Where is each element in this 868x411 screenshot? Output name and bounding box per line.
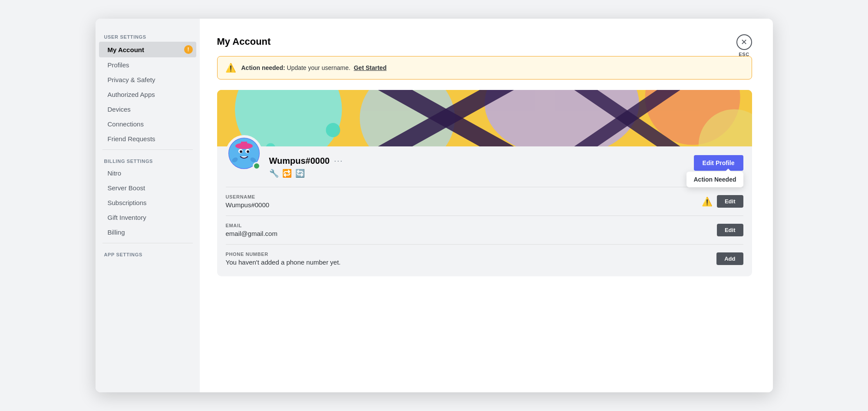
phone-add-button[interactable]: Add bbox=[716, 252, 743, 265]
profile-name-area: Wumpus#0000 ··· 🔧 🔁 🔄 bbox=[269, 152, 743, 178]
action-banner-warn-icon: ⚠️ bbox=[225, 63, 236, 73]
profile-banner bbox=[217, 90, 752, 146]
action-needed-tooltip: Action Needed bbox=[686, 172, 743, 187]
sidebar-item-nitro[interactable]: Nitro bbox=[99, 166, 196, 180]
user-settings-label: USER SETTINGS bbox=[96, 29, 200, 41]
email-field-label: EMAIL bbox=[226, 223, 717, 228]
sidebar-item-friend-requests-label: Friend Requests bbox=[108, 135, 155, 143]
sidebar-item-profiles-label: Profiles bbox=[108, 61, 129, 69]
email-field-info: EMAIL email@gmail.com bbox=[226, 223, 717, 237]
svg-point-19 bbox=[247, 150, 249, 153]
profile-more-button[interactable]: ··· bbox=[334, 156, 343, 166]
svg-point-10 bbox=[326, 123, 340, 137]
phone-field-actions: Add bbox=[716, 252, 743, 265]
phone-field-row: PHONE NUMBER You haven't added a phone n… bbox=[226, 244, 743, 273]
sidebar-item-server-boost-label: Server Boost bbox=[108, 184, 145, 192]
email-field-row: EMAIL email@gmail.com Edit bbox=[226, 215, 743, 244]
billing-settings-label: BILLING SETTINGS bbox=[96, 153, 200, 166]
close-icon[interactable]: ✕ bbox=[736, 34, 752, 50]
phone-field-info: PHONE NUMBER You haven't added a phone n… bbox=[226, 252, 717, 266]
sidebar-item-billing[interactable]: Billing bbox=[99, 225, 196, 239]
sidebar-divider-1 bbox=[102, 149, 193, 150]
action-banner: ⚠️ Action needed: Update your username. … bbox=[217, 56, 752, 80]
app-settings-label: APP SETTINGS bbox=[96, 247, 200, 259]
sidebar: USER SETTINGS My Account ! Profiles Priv… bbox=[96, 19, 200, 392]
avatar-online-badge bbox=[253, 162, 261, 170]
profile-badges: 🔧 🔁 🔄 bbox=[269, 169, 743, 178]
svg-rect-14 bbox=[241, 142, 247, 147]
account-fields: USERNAME Wumpus#0000 ⚠️ Edit EMAIL email… bbox=[217, 187, 752, 276]
close-esc-label: ESC bbox=[739, 52, 749, 57]
profile-card: Wumpus#0000 ··· 🔧 🔁 🔄 Edit Profile bbox=[217, 90, 752, 276]
email-field-actions: Edit bbox=[717, 224, 743, 236]
sidebar-item-devices-label: Devices bbox=[108, 106, 131, 113]
username-field-label: USERNAME bbox=[226, 194, 702, 199]
nitro-badge-icon: 🔄 bbox=[295, 169, 305, 178]
profile-username-row: Wumpus#0000 ··· bbox=[269, 156, 743, 166]
username-field-info: USERNAME Wumpus#0000 bbox=[226, 194, 702, 209]
settings-modal: USER SETTINGS My Account ! Profiles Priv… bbox=[96, 19, 773, 392]
profile-info-row: Wumpus#0000 ··· 🔧 🔁 🔄 Edit Profile bbox=[217, 146, 752, 187]
close-button-area[interactable]: ✕ ESC bbox=[736, 34, 752, 57]
sidebar-item-subscriptions[interactable]: Subscriptions bbox=[99, 196, 196, 210]
sidebar-item-nitro-label: Nitro bbox=[108, 169, 122, 177]
sidebar-item-subscriptions-label: Subscriptions bbox=[108, 199, 147, 206]
sidebar-item-privacy-safety-label: Privacy & Safety bbox=[108, 76, 155, 83]
my-account-badge: ! bbox=[184, 45, 193, 54]
sidebar-item-connections[interactable]: Connections bbox=[99, 117, 196, 131]
svg-point-18 bbox=[240, 150, 242, 153]
email-field-value: email@gmail.com bbox=[226, 230, 717, 237]
username-warn-icon: ⚠️ bbox=[702, 196, 713, 207]
username-field-actions: ⚠️ Edit bbox=[702, 195, 743, 208]
page-title: My Account bbox=[217, 36, 752, 47]
action-banner-link[interactable]: Get Started bbox=[354, 64, 386, 71]
action-banner-strong: Action needed: bbox=[241, 64, 285, 71]
sidebar-item-gift-inventory[interactable]: Gift Inventory bbox=[99, 210, 196, 225]
sidebar-item-gift-inventory-label: Gift Inventory bbox=[108, 214, 146, 221]
sidebar-item-friend-requests[interactable]: Friend Requests bbox=[99, 132, 196, 146]
sidebar-item-authorized-apps[interactable]: Authorized Apps bbox=[99, 87, 196, 102]
main-content: My Account ⚠️ Action needed: Update your… bbox=[200, 19, 773, 392]
username-field-row: USERNAME Wumpus#0000 ⚠️ Edit bbox=[226, 187, 743, 215]
action-banner-body: Update your username. bbox=[285, 64, 350, 71]
username-edit-button[interactable]: Edit bbox=[717, 195, 743, 208]
edit-profile-button[interactable]: Edit Profile bbox=[694, 155, 743, 171]
username-field-value: Wumpus#0000 bbox=[226, 201, 702, 209]
sidebar-item-profiles[interactable]: Profiles bbox=[99, 58, 196, 72]
sidebar-item-my-account[interactable]: My Account ! bbox=[99, 42, 196, 57]
phone-field-label: PHONE NUMBER bbox=[226, 252, 717, 257]
sidebar-item-devices[interactable]: Devices bbox=[99, 102, 196, 116]
boost-badge-icon: 🔁 bbox=[282, 169, 292, 178]
sidebar-item-server-boost[interactable]: Server Boost bbox=[99, 181, 196, 195]
sidebar-item-connections-label: Connections bbox=[108, 120, 144, 128]
profile-username: Wumpus#0000 bbox=[269, 156, 330, 166]
sidebar-item-authorized-apps-label: Authorized Apps bbox=[108, 91, 155, 98]
sidebar-item-my-account-label: My Account bbox=[108, 46, 144, 53]
avatar-wrapper bbox=[226, 135, 262, 172]
email-edit-button[interactable]: Edit bbox=[717, 224, 743, 236]
tool-badge-icon: 🔧 bbox=[269, 169, 279, 178]
sidebar-item-billing-label: Billing bbox=[108, 229, 125, 236]
banner-decoration bbox=[217, 90, 752, 146]
sidebar-item-privacy-safety[interactable]: Privacy & Safety bbox=[99, 73, 196, 87]
sidebar-divider-2 bbox=[102, 243, 193, 243]
action-banner-text: Action needed: Update your username. Get… bbox=[241, 64, 387, 71]
phone-field-value: You haven't added a phone number yet. bbox=[226, 259, 717, 266]
